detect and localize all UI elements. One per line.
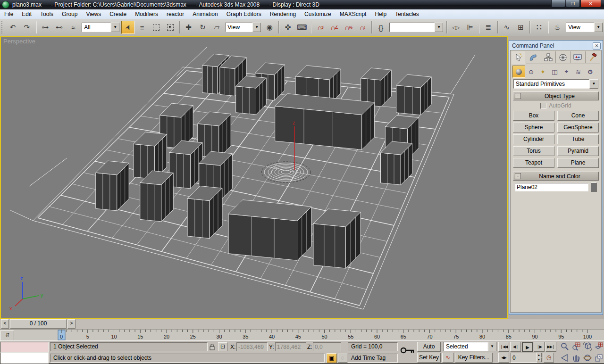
menu-tentacles[interactable]: Tentacles xyxy=(391,10,423,18)
use-center-flyout-button[interactable]: ◉ xyxy=(263,21,276,34)
autogrid-checkbox[interactable] xyxy=(540,103,546,109)
auto-key-button[interactable]: Auto Key xyxy=(417,342,441,352)
add-time-tag[interactable]: Add Time Tag xyxy=(348,354,398,363)
spinner-up-icon[interactable]: ▲ xyxy=(536,353,542,357)
previous-frame-button[interactable]: ◀❘ xyxy=(510,342,521,352)
menu-file[interactable]: File xyxy=(0,10,17,18)
close-button[interactable]: ✕ xyxy=(580,0,601,8)
current-frame-field[interactable] xyxy=(511,353,537,363)
menu-reactor[interactable]: reactor xyxy=(162,10,188,18)
curve-editor-button[interactable]: ∿ xyxy=(500,21,513,34)
maxscript-listener-white[interactable] xyxy=(0,353,49,364)
tab-hierarchy[interactable] xyxy=(541,51,556,63)
mirror-button[interactable]: ◁▷ xyxy=(449,21,462,34)
command-panel-titlebar[interactable]: Command Panel ✕ xyxy=(510,41,602,50)
collapse-icon[interactable]: - xyxy=(515,173,521,179)
perspective-viewport[interactable]: Perspective zzyx xyxy=(0,36,508,319)
helpers-category-button[interactable]: ⌖ xyxy=(561,66,572,77)
named-selection-dropdown[interactable]: ▼ xyxy=(389,23,443,32)
box-button[interactable]: Box xyxy=(513,111,554,121)
key-filters-button[interactable]: Key Filters... xyxy=(455,353,493,363)
tab-create[interactable] xyxy=(512,51,526,64)
absolute-offset-toggle[interactable]: ⊡ xyxy=(218,342,227,351)
object-type-header[interactable]: - Object Type xyxy=(513,91,599,100)
spinner-down-icon[interactable]: ▼ xyxy=(536,357,542,362)
select-and-link-button[interactable]: ⊶ xyxy=(39,21,52,34)
object-name-field[interactable] xyxy=(515,183,588,191)
spinner-snap-button[interactable]: ∩↕ xyxy=(356,21,369,34)
object-color-swatch[interactable] xyxy=(591,182,597,192)
material-editor-button[interactable]: ∷ xyxy=(532,21,545,34)
shapes-category-button[interactable]: ⊙ xyxy=(525,66,537,77)
edit-named-selection-sets-button[interactable]: {} xyxy=(374,21,387,34)
min-max-toggle-button[interactable] xyxy=(594,353,604,364)
tube-button[interactable]: Tube xyxy=(557,134,599,144)
field-of-view-button[interactable] xyxy=(560,353,570,364)
cylinder-button[interactable]: Cylinder xyxy=(513,134,554,144)
zoom-extents-all-button[interactable] xyxy=(594,341,604,352)
geometry-category-button[interactable] xyxy=(512,66,525,78)
chevron-down-icon[interactable]: ▼ xyxy=(488,342,496,351)
zoom-all-button[interactable] xyxy=(571,341,581,352)
restore-button[interactable]: ❐ xyxy=(566,0,580,8)
select-and-move-button[interactable]: ✚ xyxy=(182,21,195,34)
snaps-toggle-button[interactable]: ∩3 xyxy=(314,21,327,34)
reference-coordinate-dropdown[interactable]: View ▼ xyxy=(225,23,261,32)
pan-button[interactable] xyxy=(571,353,581,364)
zoom-button[interactable] xyxy=(560,341,570,352)
set-keys-button[interactable] xyxy=(400,345,415,357)
collapse-icon[interactable]: - xyxy=(515,93,521,99)
plane-button[interactable]: Plane xyxy=(557,158,599,168)
undo-button[interactable]: ↶ xyxy=(6,21,19,34)
menu-edit[interactable]: Edit xyxy=(17,10,36,18)
viewport-label[interactable]: Perspective xyxy=(3,38,35,45)
teapot-button[interactable]: Teapot xyxy=(513,158,554,168)
z-coord-field[interactable] xyxy=(313,342,341,351)
next-frame-button[interactable]: ❘▶ xyxy=(534,342,545,352)
previous-frame-arrow[interactable]: < xyxy=(1,319,9,329)
selection-filter-dropdown[interactable]: All ▼ xyxy=(82,23,119,32)
communication-center-icon[interactable]: ◌ xyxy=(338,354,347,363)
set-key-button[interactable]: Set Key xyxy=(417,353,441,363)
menu-tools[interactable]: Tools xyxy=(36,10,58,18)
time-slider-button[interactable]: 0 / 100 xyxy=(10,319,67,329)
chevron-down-icon[interactable]: ▼ xyxy=(252,23,261,32)
menu-create[interactable]: Create xyxy=(105,10,131,18)
default-in-out-tangents-button[interactable]: ∿ xyxy=(442,353,453,363)
sphere-button[interactable]: Sphere xyxy=(513,123,554,132)
select-and-scale-button[interactable]: ▱ xyxy=(210,21,223,34)
select-object-button[interactable]: ➤ xyxy=(121,21,134,34)
rectangular-selection-region-button[interactable] xyxy=(150,21,163,34)
keyboard-shortcut-override-button[interactable]: ⌨ xyxy=(295,21,309,34)
track-bar[interactable]: 0510152025303540455055606570758085909510… xyxy=(0,329,604,341)
tab-modify[interactable] xyxy=(526,51,541,63)
minimize-button[interactable]: — xyxy=(551,0,565,8)
selection-lock-toggle[interactable] xyxy=(209,343,215,352)
select-by-name-button[interactable]: ≡ xyxy=(135,21,149,34)
menu-graph-editors[interactable]: Graph Editors xyxy=(222,10,266,18)
menu-views[interactable]: Views xyxy=(82,10,105,18)
angle-snap-button[interactable]: ∩∠ xyxy=(328,21,341,34)
go-to-start-button[interactable]: ❘◀◀ xyxy=(498,342,509,352)
key-mode-toggle-button[interactable]: ◀▶ xyxy=(498,353,509,363)
next-frame-arrow[interactable]: > xyxy=(67,319,76,329)
redo-button[interactable]: ↷ xyxy=(20,21,34,34)
torus-button[interactable]: Torus xyxy=(513,146,554,156)
cone-button[interactable]: Cone xyxy=(557,111,599,121)
zoom-extents-button[interactable] xyxy=(582,341,593,352)
menu-rendering[interactable]: Rendering xyxy=(266,10,300,18)
primitive-category-dropdown[interactable]: Standard Primitives ▼ xyxy=(513,79,598,89)
maxscript-listener-pink[interactable] xyxy=(0,342,49,353)
toolbar-grip[interactable] xyxy=(1,21,4,33)
tab-utilities[interactable] xyxy=(586,51,600,63)
play-button[interactable]: ▶ xyxy=(522,342,533,352)
frame-spinner[interactable]: ▲▼ xyxy=(536,353,542,362)
chevron-down-icon[interactable]: ▼ xyxy=(589,79,598,89)
align-button[interactable]: ⊫ xyxy=(463,21,477,34)
bind-to-space-warp-button[interactable]: ≈ xyxy=(67,21,80,34)
name-color-header[interactable]: - Name and Color xyxy=(513,172,599,181)
chevron-down-icon[interactable]: ▼ xyxy=(594,23,603,32)
window-crossing-toggle-button[interactable] xyxy=(164,21,177,34)
tab-motion[interactable] xyxy=(556,51,570,63)
tab-display[interactable] xyxy=(570,51,585,63)
